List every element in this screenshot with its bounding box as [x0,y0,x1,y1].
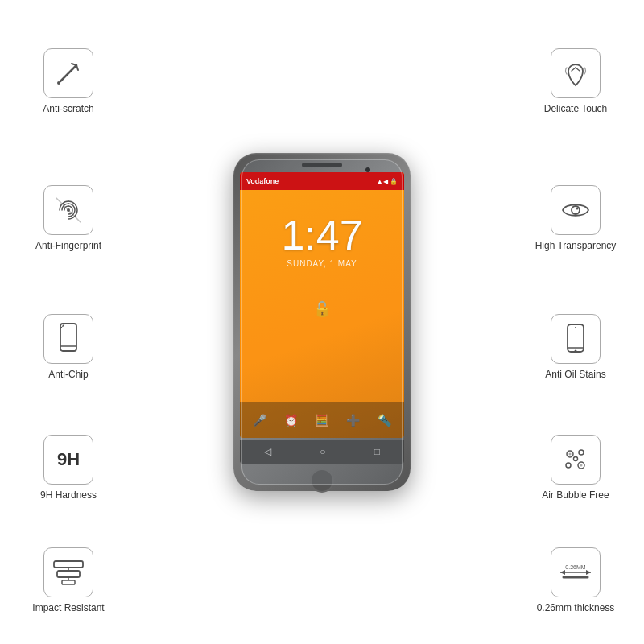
feature-impact-resistant: Impact Resistant [24,547,113,615]
impact-icon [51,558,86,587]
svg-point-16 [576,208,579,210]
phone-outer: Vodafone ▲◀ 🔒 1:47 SUNDAY, 1 MAY 🔓 🎤 ⏰ 🧮… [233,153,411,491]
phone-mockup: Vodafone ▲◀ 🔒 1:47 SUNDAY, 1 MAY 🔓 🎤 ⏰ 🧮… [233,153,411,491]
svg-line-14 [576,68,580,71]
svg-point-26 [569,453,572,456]
calc-icon: 🧮 [315,414,328,427]
lock-icon: 🔓 [240,300,404,318]
svg-point-25 [574,457,578,461]
touch-icon [560,56,591,90]
svg-point-23 [566,463,571,468]
feature-9h-hardness: 9H 9H Hardness [24,435,113,502]
date-display: SUNDAY, 1 MAY [240,259,404,268]
svg-rect-6 [60,324,76,351]
phone-outline-icon [562,322,589,356]
feature-air-bubble-free: Air Bubble Free [531,435,620,502]
anti-scratch-label: Anti-scratch [43,103,93,116]
thickness-icon-box: 0.26MM [551,547,601,597]
svg-rect-9 [57,571,80,577]
anti-chip-icon-box [43,314,93,364]
svg-point-22 [579,450,584,455]
svg-point-5 [67,208,70,212]
anti-chip-label: Anti-Chip [48,369,88,382]
scratch-icon [54,59,83,88]
svg-line-13 [572,68,576,71]
phone-speaker [302,163,342,167]
bubble-icon [559,443,592,477]
oil-icon-box [551,314,601,364]
svg-point-20 [575,327,576,328]
svg-line-2 [76,65,78,70]
air-bubble-free-label: Air Bubble Free [542,489,609,502]
feature-high-transparency: High Transparency [531,185,620,253]
high-transparency-label: High Transparency [535,240,617,253]
delicate-touch-icon-box [551,48,601,98]
plus-icon: ➕ [346,414,360,427]
anti-scratch-icon-box [43,48,93,98]
feature-anti-oil: Anti Oil Stains [531,314,620,382]
impact-icon-box [43,547,93,597]
9h-hardness-icon-box: 9H [43,435,93,485]
clock-icon: ⏰ [284,414,298,427]
fingerprint-icon [53,195,84,225]
impact-resistant-label: Impact Resistant [32,602,104,615]
bubble-icon-box [551,435,601,485]
screen-time: 1:47 SUNDAY, 1 MAY [240,214,404,268]
home-icon: ○ [320,446,325,457]
svg-point-3 [57,81,60,85]
status-bar: Vodafone ▲◀ 🔒 [240,172,404,190]
eye-icon [559,195,592,225]
svg-marker-29 [560,570,565,575]
back-icon: ◁ [264,446,271,457]
chip-icon [54,322,83,356]
svg-point-27 [580,464,583,467]
svg-text:0.26MM: 0.26MM [565,564,585,570]
transparency-icon-box [551,185,601,235]
feature-thickness: 0.26MM 0.26mm thickness [531,547,620,615]
flash-icon: 🔦 [378,414,391,427]
home-button [310,469,334,493]
svg-rect-10 [62,580,75,584]
status-icons: ▲◀ 🔒 [377,178,398,185]
ruler-icon: 0.26MM [555,558,596,587]
feature-anti-fingerprint: Anti-Fingerprint [24,185,113,253]
feature-delicate-touch: Delicate Touch [531,48,620,116]
svg-line-0 [60,65,76,81]
bottom-app-bar: 🎤 ⏰ 🧮 ➕ 🔦 [240,402,404,438]
feature-anti-scratch: Anti-scratch [24,48,113,116]
anti-fingerprint-icon-box [43,185,93,235]
carrier-label: Vodafone [246,177,279,185]
svg-rect-8 [54,561,83,568]
main-container: Anti-scratch Anti-Fingerprint [0,0,644,644]
feature-anti-chip: Anti-Chip [24,314,113,382]
anti-oil-label: Anti Oil Stains [545,369,605,382]
nav-bar: ◁ ○ □ [240,440,404,464]
9h-text: 9H [57,449,80,470]
delicate-touch-label: Delicate Touch [544,103,608,116]
svg-marker-30 [586,570,591,575]
recent-icon: □ [374,446,380,457]
svg-point-19 [575,350,577,353]
anti-fingerprint-label: Anti-Fingerprint [35,240,101,253]
mic-icon: 🎤 [253,414,266,427]
time-display: 1:47 [240,214,404,256]
phone-screen: Vodafone ▲◀ 🔒 1:47 SUNDAY, 1 MAY 🔓 🎤 ⏰ 🧮… [240,172,404,438]
thickness-label: 0.26mm thickness [537,602,615,615]
svg-point-15 [572,206,580,214]
9h-hardness-label: 9H Hardness [40,489,97,502]
